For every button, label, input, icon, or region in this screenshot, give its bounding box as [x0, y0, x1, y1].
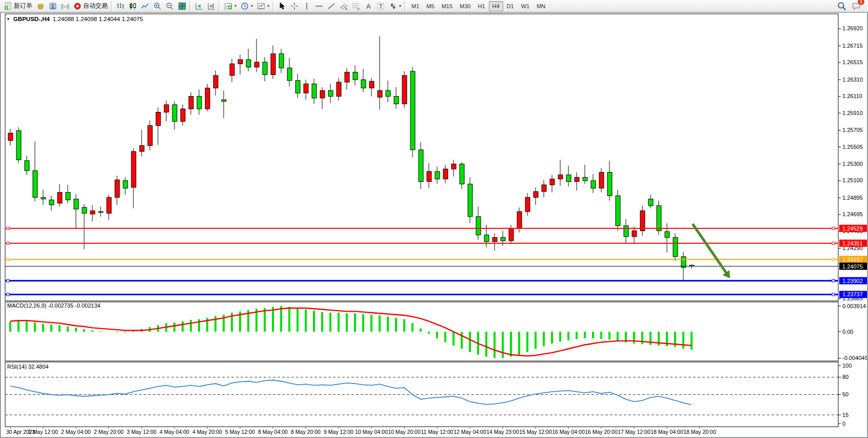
text-button[interactable]: A	[362, 1, 374, 11]
timeframe-h1[interactable]: H1	[474, 1, 488, 11]
line-handle[interactable]	[832, 258, 835, 261]
styler-button[interactable]	[34, 1, 47, 11]
svg-text:F: F	[358, 8, 360, 10]
candle	[16, 130, 21, 160]
hline-label: 1.24529	[842, 225, 863, 232]
dropdown-caret-icon[interactable]: ▾	[267, 4, 269, 8]
price-tick: 1.26515	[842, 59, 863, 65]
autotrade-button[interactable]: 自动交易	[71, 1, 110, 11]
price-tick: 1.26110	[842, 93, 862, 99]
timeframe-h4[interactable]: H4	[489, 1, 503, 11]
candle	[156, 112, 161, 126]
dropdown-caret-icon[interactable]: ▾	[234, 4, 236, 8]
zoom-out-button[interactable]	[164, 1, 176, 11]
dropdown-caret-icon[interactable]: ▾	[399, 4, 401, 8]
candle	[82, 207, 87, 213]
line-handle[interactable]	[832, 279, 835, 282]
line-handle[interactable]	[7, 227, 9, 230]
candle	[550, 179, 555, 185]
timeframe-w1[interactable]: W1	[518, 1, 534, 11]
chart-canvas[interactable]: 1.269201.267151.265151.263101.261101.259…	[1, 13, 867, 437]
candle	[271, 54, 275, 75]
price-tick: 1.25505	[842, 144, 863, 150]
auto-scroll-button[interactable]	[193, 1, 205, 11]
new-order-button[interactable]: 新订单	[2, 1, 34, 11]
new-order-icon	[4, 2, 12, 10]
signals-button[interactable]	[59, 1, 71, 11]
hline-button[interactable]	[313, 1, 325, 11]
timeframe-m15[interactable]: M15	[438, 1, 456, 11]
channel-button[interactable]: E	[338, 1, 350, 11]
templates-button[interactable]: ▾	[255, 1, 271, 11]
fibo-button[interactable]: F	[350, 1, 362, 11]
dropdown-caret-icon[interactable]: ▾	[251, 4, 253, 8]
candle	[525, 197, 530, 212]
text-label-button[interactable]: T	[374, 1, 387, 11]
cursor-button[interactable]	[276, 1, 288, 11]
profile-button[interactable]	[47, 1, 59, 11]
zoom-in-button[interactable]	[151, 1, 164, 11]
candle	[402, 75, 407, 104]
ohlc-bars-icon	[116, 2, 125, 10]
candle	[8, 133, 13, 141]
line-handle[interactable]	[7, 258, 9, 261]
hline-price-labels: 1.245291.243511.241571.240751.239021.237…	[839, 225, 867, 298]
line-handle[interactable]	[832, 242, 835, 244]
tile-windows-icon	[178, 2, 186, 10]
time-tick-label: 2 May 20:00	[94, 429, 124, 435]
candle	[410, 71, 415, 150]
chevron-down-icon[interactable]: ▼	[6, 17, 10, 22]
candle	[657, 206, 661, 231]
time-tick-label: 17 May 12:00	[618, 429, 650, 435]
chat-icon[interactable]: 1	[852, 2, 861, 11]
chart-shift-button[interactable]	[205, 1, 218, 11]
time-axis[interactable]: 30 Apr 20231 May 12:002 May 04:002 May 2…	[6, 427, 716, 435]
chat-badge: 1	[858, 0, 864, 5]
search-icon[interactable]	[837, 2, 846, 11]
toolbar-separator	[111, 1, 113, 11]
indicators-button[interactable]: ▾	[222, 1, 239, 11]
line-handle[interactable]	[7, 242, 9, 244]
timeframe-m30[interactable]: M30	[456, 1, 474, 11]
candle	[443, 169, 448, 179]
macd-tick: 0.00	[842, 329, 853, 335]
bar-chart-button[interactable]	[114, 1, 127, 11]
tile-windows-button[interactable]	[176, 1, 188, 11]
autotrade-icon	[73, 2, 82, 10]
timeframe-m5[interactable]: M5	[423, 1, 438, 11]
vline-button[interactable]	[301, 1, 313, 11]
candle	[66, 193, 70, 200]
profile-icon	[49, 2, 57, 10]
line-handle[interactable]	[7, 279, 9, 282]
hline-icon	[315, 2, 323, 10]
periods-button[interactable]: ▾	[239, 1, 255, 11]
candle-chart-button[interactable]	[127, 1, 139, 11]
rsi-level-label: 0	[842, 421, 845, 427]
candle	[246, 60, 251, 67]
candle	[140, 146, 144, 151]
svg-text:E: E	[345, 7, 347, 10]
candle	[501, 237, 505, 241]
candle	[57, 193, 62, 203]
candle	[468, 184, 472, 216]
pane-frames	[5, 14, 838, 427]
candle	[492, 237, 497, 241]
line-handle[interactable]	[832, 293, 835, 296]
symbol-name: GBPUSD-,H4	[13, 16, 50, 22]
candle	[328, 90, 333, 96]
rsi-level-label: 100	[842, 363, 852, 369]
price-tick: 1.25100	[842, 177, 863, 183]
crosshair-button[interactable]	[288, 1, 301, 11]
line-handle[interactable]	[832, 227, 835, 230]
arrows-button[interactable]: ▾	[387, 1, 403, 11]
candle	[648, 199, 653, 206]
line-chart-button[interactable]	[139, 1, 151, 11]
line-handle[interactable]	[7, 293, 9, 296]
timeframe-mn[interactable]: MN	[533, 1, 549, 11]
candle	[33, 170, 37, 197]
timeframe-d1[interactable]: D1	[503, 1, 518, 11]
candle	[49, 200, 54, 205]
trendline-button[interactable]	[325, 1, 338, 11]
price-tick: 1.25300	[842, 161, 863, 167]
timeframe-m1[interactable]: M1	[408, 1, 423, 11]
